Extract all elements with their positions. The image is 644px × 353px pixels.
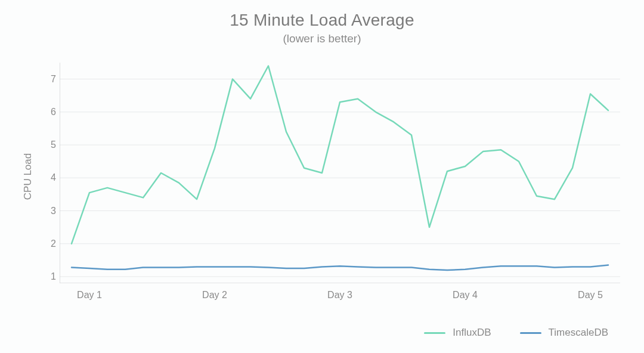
- y-tick: 7: [43, 74, 56, 85]
- legend: InfluxDBTimescaleDB: [424, 327, 608, 339]
- chart-title: 15 Minute Load Average: [0, 11, 644, 30]
- y-tick: 1: [43, 271, 56, 282]
- y-tick: 5: [43, 140, 56, 150]
- x-tick: Day 3: [327, 290, 352, 301]
- legend-label: InfluxDB: [453, 327, 491, 339]
- x-tick: Day 1: [77, 290, 102, 301]
- legend-swatch: [424, 332, 445, 334]
- chart-subtitle: (lower is better): [0, 32, 644, 45]
- legend-label: TimescaleDB: [549, 327, 608, 339]
- legend-item-influxdb: InfluxDB: [424, 327, 491, 339]
- y-tick: 4: [43, 172, 56, 183]
- chart-container: 15 Minute Load Average (lower is better)…: [0, 0, 644, 353]
- series-line-influxdb: [72, 66, 608, 244]
- series-group: [72, 66, 608, 270]
- x-tick: Day 4: [453, 290, 478, 301]
- y-tick: 2: [43, 239, 56, 249]
- y-tick: 6: [43, 107, 56, 117]
- gridlines: [60, 79, 620, 277]
- series-line-timescaledb: [72, 265, 608, 270]
- y-tick: 3: [43, 206, 56, 216]
- legend-swatch: [520, 332, 541, 334]
- x-tick: Day 5: [578, 290, 603, 301]
- legend-item-timescaledb: TimescaleDB: [520, 327, 608, 339]
- y-axis-label: CPU Load: [22, 153, 34, 200]
- x-tick: Day 2: [202, 290, 227, 301]
- plot-area: [60, 63, 620, 283]
